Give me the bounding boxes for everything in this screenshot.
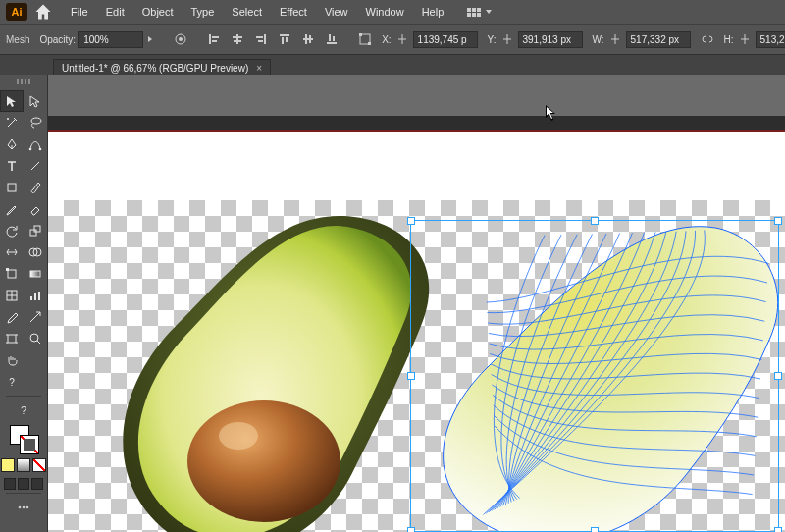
x-field[interactable]: X: 1139,745 p (382, 31, 477, 48)
svg-point-40 (30, 334, 38, 342)
scrub-icon[interactable] (499, 31, 515, 47)
zoom-tool[interactable] (24, 328, 47, 349)
edit-toolbar-icon[interactable] (12, 497, 35, 518)
svg-rect-4 (212, 40, 217, 42)
y-value[interactable]: 391,913 px (518, 31, 583, 48)
opacity-control[interactable]: Opacity: 100% (39, 31, 154, 48)
menu-select[interactable]: Select (224, 3, 270, 21)
unknown-tool[interactable]: ? (12, 399, 35, 421)
svg-rect-11 (280, 34, 289, 36)
menu-window[interactable]: Window (358, 3, 412, 21)
svg-rect-13 (286, 37, 288, 42)
h-field[interactable]: H: 513,262 px (724, 31, 785, 48)
close-icon[interactable]: × (256, 63, 262, 74)
align-top-icon[interactable] (278, 31, 291, 47)
curvature-tool[interactable] (24, 133, 47, 155)
svg-rect-17 (327, 42, 337, 44)
tool-slot[interactable] (24, 349, 47, 371)
w-value[interactable]: 517,332 px (626, 31, 691, 48)
slice-tool[interactable] (24, 306, 47, 328)
column-graph-tool[interactable] (24, 285, 47, 306)
selection-handle[interactable] (774, 217, 782, 225)
artboard-tool[interactable] (0, 328, 24, 349)
chevron-right-icon[interactable] (146, 35, 154, 43)
tool-slot[interactable] (24, 371, 47, 393)
y-field[interactable]: Y: 391,913 px (488, 31, 583, 48)
rotate-tool[interactable] (0, 220, 24, 241)
draw-mode-buttons[interactable] (1, 458, 46, 472)
fill-stroke-swatches[interactable] (8, 425, 39, 454)
type-tool[interactable] (0, 155, 24, 177)
none-mode[interactable] (32, 458, 46, 472)
eraser-tool[interactable] (24, 198, 47, 220)
selection-tool[interactable] (0, 90, 24, 112)
align-vcenter-icon[interactable] (301, 31, 315, 47)
h-value[interactable]: 513,262 px (756, 31, 785, 48)
canvas[interactable] (48, 75, 785, 532)
menu-view[interactable]: View (317, 3, 356, 21)
align-bottom-icon[interactable] (325, 31, 339, 47)
svg-rect-15 (305, 34, 307, 44)
gradient-tool[interactable] (24, 263, 47, 285)
menu-file[interactable]: File (63, 3, 96, 21)
color-mode[interactable] (1, 458, 15, 472)
scrub-icon[interactable] (737, 31, 753, 47)
link-wh-icon[interactable] (701, 31, 714, 47)
svg-rect-2 (209, 34, 211, 44)
selection-handle[interactable] (407, 372, 415, 380)
svg-rect-34 (30, 271, 40, 277)
transform-icon[interactable] (358, 31, 372, 47)
w-field[interactable]: W: 517,332 px (593, 31, 691, 48)
align-hcenter-icon[interactable] (231, 31, 244, 47)
screen-mode-buttons[interactable] (4, 478, 43, 490)
selection-bounding-box[interactable] (410, 220, 779, 532)
svg-rect-33 (6, 268, 9, 271)
home-icon[interactable] (33, 2, 53, 22)
selection-handle[interactable] (591, 217, 599, 225)
scrub-icon[interactable] (394, 31, 410, 47)
pencil-tool[interactable] (0, 198, 24, 220)
menu-type[interactable]: Type (183, 3, 223, 21)
w-label: W: (593, 34, 604, 45)
hand-tool[interactable] (0, 349, 24, 371)
paintbrush-tool[interactable] (24, 177, 47, 198)
selection-handle[interactable] (774, 527, 782, 532)
stroke-swatch[interactable] (20, 435, 39, 454)
workspace-switcher[interactable] (467, 8, 493, 17)
app-logo[interactable]: Ai (6, 3, 27, 21)
screen-full[interactable] (18, 478, 29, 490)
free-transform-tool[interactable] (0, 263, 24, 285)
scrub-icon[interactable] (607, 31, 623, 47)
direct-selection-tool[interactable] (24, 90, 47, 112)
menu-effect[interactable]: Effect (272, 3, 315, 21)
x-value[interactable]: 1139,745 p (413, 31, 478, 48)
menu-object[interactable]: Object (134, 3, 182, 21)
align-right-icon[interactable] (254, 31, 268, 47)
rectangle-tool[interactable] (0, 177, 24, 198)
scale-tool[interactable] (24, 220, 47, 241)
opacity-value[interactable]: 100% (78, 31, 143, 48)
menu-help[interactable]: Help (414, 3, 452, 21)
selection-handle[interactable] (774, 372, 782, 380)
panel-grip[interactable] (9, 79, 38, 86)
width-tool[interactable] (0, 241, 24, 263)
screen-normal[interactable] (4, 478, 16, 490)
pen-tool[interactable] (0, 133, 24, 155)
selection-handle[interactable] (407, 217, 415, 225)
mesh-tool[interactable] (0, 285, 24, 306)
selection-handle[interactable] (407, 527, 415, 532)
eyedropper-tool[interactable] (0, 306, 24, 328)
shape-builder-tool[interactable] (24, 241, 47, 263)
lasso-tool[interactable] (24, 112, 47, 133)
recolor-artwork-icon[interactable] (174, 31, 187, 47)
line-tool[interactable] (24, 155, 47, 177)
selection-handle[interactable] (591, 527, 599, 532)
svg-rect-38 (38, 292, 40, 300)
unknown-tool[interactable]: ? (0, 371, 24, 393)
magic-wand-tool[interactable] (0, 112, 24, 133)
gradient-mode[interactable] (17, 458, 30, 472)
svg-rect-37 (34, 293, 36, 300)
align-left-icon[interactable] (207, 31, 221, 47)
menu-edit[interactable]: Edit (98, 3, 132, 21)
screen-present[interactable] (31, 478, 43, 490)
